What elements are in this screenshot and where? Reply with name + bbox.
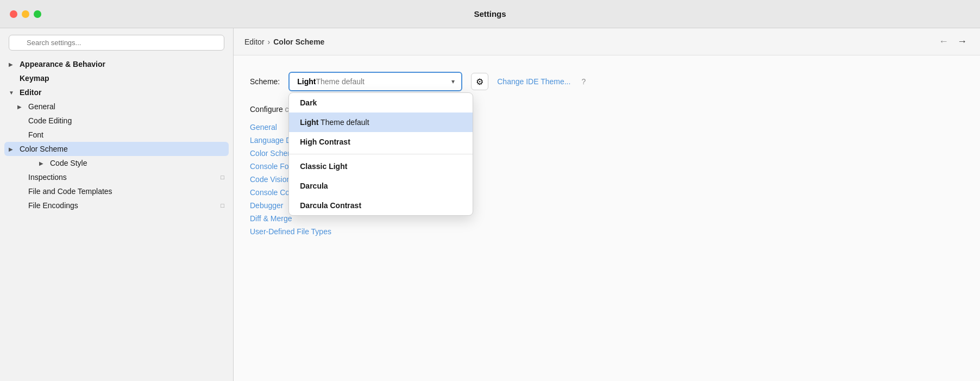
breadcrumb-parent: Editor bbox=[244, 38, 265, 46]
sidebar-item-general[interactable]: ▶ General bbox=[0, 99, 233, 114]
sidebar-item-label: Keymap bbox=[20, 74, 49, 83]
sidebar-item-label: Code Editing bbox=[28, 116, 72, 125]
gear-icon: ⚙ bbox=[476, 77, 483, 87]
change-ide-theme-link[interactable]: Change IDE Theme... bbox=[497, 77, 570, 86]
sidebar-item-label: Code Style bbox=[50, 159, 87, 167]
scheme-dropdown-wrapper: Light Theme default ▾ Dark Light Theme d… bbox=[288, 72, 462, 91]
chevron-right-icon: ▶ bbox=[39, 160, 47, 166]
sidebar-item-color-scheme[interactable]: ▶ Color Scheme bbox=[4, 142, 229, 156]
minimize-button[interactable] bbox=[22, 10, 29, 18]
window-controls bbox=[10, 10, 41, 18]
sidebar-item-label: Inspections bbox=[28, 173, 67, 182]
scheme-dropdown-menu: Dark Light Theme default High Contrast C… bbox=[288, 92, 473, 216]
navigation-arrows: ← → bbox=[937, 35, 969, 48]
chevron-down-icon: ▼ bbox=[9, 90, 16, 96]
dropdown-item-darcula-contrast[interactable]: Darcula Contrast bbox=[289, 196, 473, 215]
breadcrumb: Editor › Color Scheme bbox=[244, 38, 324, 46]
sidebar-item-label: File and Code Templates bbox=[28, 187, 112, 196]
sidebar-item-label: File Encodings bbox=[28, 201, 78, 210]
close-button[interactable] bbox=[10, 10, 17, 18]
search-container: 🔍 bbox=[0, 35, 233, 57]
sidebar-item-label: Font bbox=[28, 130, 43, 139]
main-container: 🔍 ▶ Appearance & Behavior Keymap ▼ Edito… bbox=[0, 28, 980, 381]
sidebar-item-label: Color Scheme bbox=[20, 145, 68, 153]
dropdown-item-darcula[interactable]: Darcula bbox=[289, 176, 473, 196]
scheme-label: Scheme: bbox=[250, 77, 280, 86]
inspections-badge: □ bbox=[221, 174, 224, 180]
user-defined-file-types-link[interactable]: User-Defined File Types bbox=[250, 227, 964, 236]
sidebar-item-code-editing[interactable]: Code Editing bbox=[0, 114, 233, 128]
dropdown-item-high-contrast[interactable]: High Contrast bbox=[289, 132, 473, 152]
content-area: Editor › Color Scheme ← → Scheme: Light … bbox=[234, 28, 980, 381]
chevron-right-icon: ▶ bbox=[9, 61, 16, 67]
sidebar-item-label: General bbox=[28, 102, 55, 111]
sidebar-item-editor[interactable]: ▼ Editor bbox=[0, 85, 233, 99]
help-icon[interactable]: ? bbox=[581, 77, 586, 86]
dropdown-item-classic-light[interactable]: Classic Light bbox=[289, 157, 473, 176]
content-body: Scheme: Light Theme default ▾ Dark bbox=[234, 55, 980, 381]
chevron-right-icon: ▶ bbox=[9, 146, 16, 152]
window-title: Settings bbox=[474, 9, 506, 18]
scheme-dropdown[interactable]: Light Theme default ▾ bbox=[288, 72, 462, 91]
sidebar-item-font[interactable]: Font bbox=[0, 128, 233, 142]
dropdown-item-dark[interactable]: Dark bbox=[289, 93, 473, 113]
back-arrow-icon[interactable]: ← bbox=[937, 35, 951, 48]
chevron-right-icon: ▶ bbox=[17, 104, 25, 110]
titlebar: Settings bbox=[0, 0, 980, 28]
maximize-button[interactable] bbox=[34, 10, 41, 18]
breadcrumb-current: Color Scheme bbox=[273, 38, 324, 46]
sidebar-item-inspections[interactable]: Inspections □ bbox=[0, 170, 233, 184]
dropdown-divider bbox=[289, 154, 473, 154]
search-input[interactable] bbox=[9, 35, 224, 51]
search-wrapper: 🔍 bbox=[9, 35, 224, 51]
sidebar-item-label: Appearance & Behavior bbox=[20, 60, 105, 68]
file-encodings-badge: □ bbox=[221, 202, 224, 209]
forward-arrow-icon[interactable]: → bbox=[955, 35, 969, 48]
sidebar-item-label: Editor bbox=[20, 88, 41, 97]
content-header: Editor › Color Scheme ← → bbox=[234, 28, 980, 55]
scheme-value-light: Theme default bbox=[316, 77, 365, 86]
scheme-row: Scheme: Light Theme default ▾ Dark bbox=[250, 72, 964, 91]
gear-button[interactable]: ⚙ bbox=[471, 73, 488, 90]
sidebar-item-code-style[interactable]: ▶ Code Style bbox=[0, 156, 233, 170]
dropdown-chevron-icon: ▾ bbox=[451, 78, 455, 85]
sidebar-item-file-code-templates[interactable]: File and Code Templates bbox=[0, 184, 233, 198]
sidebar-item-file-encodings[interactable]: File Encodings □ bbox=[0, 198, 233, 213]
breadcrumb-separator: › bbox=[268, 38, 271, 46]
sidebar-item-keymap[interactable]: Keymap bbox=[0, 71, 233, 85]
sidebar-item-appearance-behavior[interactable]: ▶ Appearance & Behavior bbox=[0, 57, 233, 71]
scheme-value-bold: Light bbox=[297, 77, 316, 86]
sidebar: 🔍 ▶ Appearance & Behavior Keymap ▼ Edito… bbox=[0, 28, 234, 381]
dropdown-item-light-default[interactable]: Light Theme default bbox=[289, 113, 473, 132]
